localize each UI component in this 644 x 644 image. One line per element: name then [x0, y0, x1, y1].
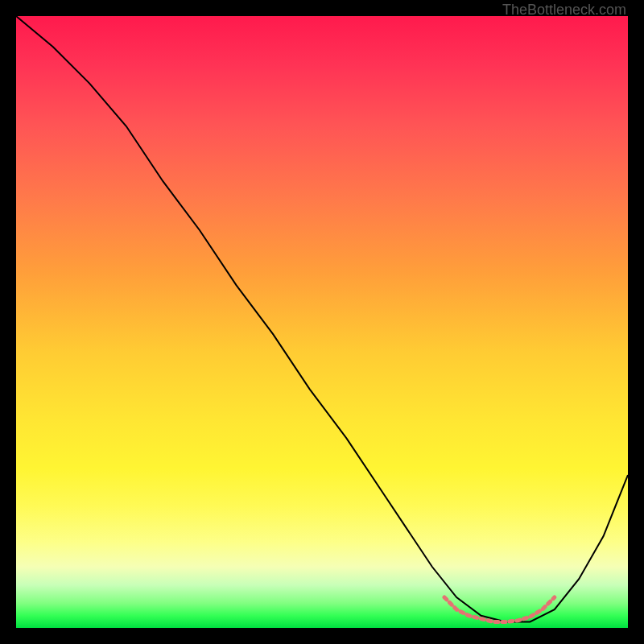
plot-area [16, 16, 628, 628]
chart-container: TheBottleneck.com [0, 0, 644, 644]
watermark-text: TheBottleneck.com [502, 2, 626, 19]
bottleneck-curve [16, 16, 628, 621]
curve-overlay [16, 16, 628, 628]
